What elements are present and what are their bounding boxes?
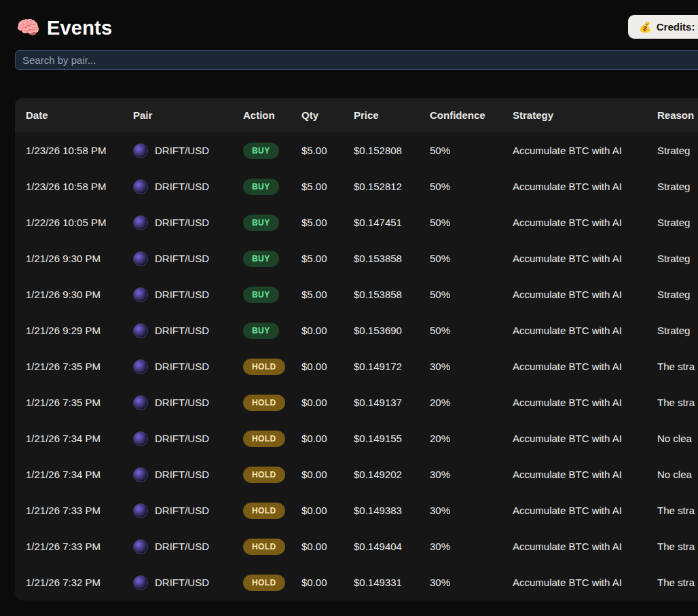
cell-qty: $0.00	[301, 397, 354, 408]
pair-label: DRIFT/USD	[155, 505, 209, 516]
search-input[interactable]	[15, 50, 698, 70]
cell-price: $0.149202	[354, 469, 430, 480]
cell-reason: Strateg	[657, 217, 698, 228]
table-row[interactable]: 1/21/26 9:30 PM DRIFT/USD BUY $5.00 $0.1…	[15, 240, 698, 276]
cell-qty: $5.00	[301, 181, 354, 192]
cell-qty: $5.00	[301, 145, 354, 156]
drift-token-icon	[133, 251, 148, 266]
title-wrap: 🧠 Events	[16, 17, 112, 39]
action-badge: BUY	[243, 143, 279, 159]
drift-token-icon	[133, 287, 148, 302]
table-row[interactable]: 1/21/26 9:29 PM DRIFT/USD BUY $0.00 $0.1…	[15, 312, 698, 348]
action-badge: BUY	[243, 323, 279, 339]
pair-label: DRIFT/USD	[155, 361, 209, 372]
cell-confidence: 50%	[430, 325, 513, 336]
table-row[interactable]: 1/21/26 7:35 PM DRIFT/USD HOLD $0.00 $0.…	[15, 348, 698, 384]
cell-qty: $0.00	[301, 541, 354, 552]
table-row[interactable]: 1/21/26 7:32 PM DRIFT/USD HOLD $0.00 $0.…	[15, 564, 698, 600]
cell-price: $0.153858	[354, 253, 430, 264]
cell-action: HOLD	[243, 431, 301, 447]
cell-confidence: 50%	[430, 217, 513, 228]
drift-token-icon	[133, 179, 148, 194]
table-row[interactable]: 1/21/26 7:34 PM DRIFT/USD HOLD $0.00 $0.…	[15, 420, 698, 456]
drift-token-icon	[133, 467, 148, 482]
cell-date: 1/23/26 10:58 PM	[26, 181, 133, 192]
action-badge: BUY	[243, 179, 279, 195]
cell-price: $0.152812	[354, 181, 430, 192]
cell-pair: DRIFT/USD	[133, 215, 243, 230]
table-row[interactable]: 1/23/26 10:58 PM DRIFT/USD BUY $5.00 $0.…	[15, 168, 698, 204]
col-header-confidence: Confidence	[430, 109, 513, 121]
cell-pair: DRIFT/USD	[133, 251, 243, 266]
pair-label: DRIFT/USD	[155, 181, 209, 192]
cell-reason: Strateg	[657, 181, 698, 192]
table-row[interactable]: 1/21/26 7:33 PM DRIFT/USD HOLD $0.00 $0.…	[15, 492, 698, 528]
cell-date: 1/21/26 7:33 PM	[26, 541, 133, 552]
cell-confidence: 50%	[430, 145, 513, 156]
table-row[interactable]: 1/21/26 9:30 PM DRIFT/USD BUY $5.00 $0.1…	[15, 276, 698, 312]
cell-qty: $5.00	[301, 289, 354, 300]
cell-reason: Strateg	[657, 253, 698, 264]
action-badge: BUY	[243, 251, 279, 267]
cell-qty: $0.00	[301, 325, 354, 336]
cell-action: BUY	[243, 323, 301, 339]
cell-confidence: 20%	[430, 397, 513, 408]
drift-token-icon	[133, 503, 148, 518]
cell-confidence: 30%	[430, 505, 513, 516]
cell-confidence: 30%	[430, 469, 513, 480]
table-row[interactable]: 1/21/26 7:33 PM DRIFT/USD HOLD $0.00 $0.…	[15, 528, 698, 564]
action-badge: HOLD	[243, 467, 285, 483]
table-header-row: Date Pair Action Qty Price Confidence St…	[15, 98, 698, 132]
cell-strategy: Accumulate BTC with AI	[513, 505, 657, 516]
col-header-action: Action	[243, 109, 301, 121]
pair-label: DRIFT/USD	[155, 217, 209, 228]
pair-label: DRIFT/USD	[155, 469, 209, 480]
table-row[interactable]: 1/23/26 10:58 PM DRIFT/USD BUY $5.00 $0.…	[15, 132, 698, 168]
cell-pair: DRIFT/USD	[133, 503, 243, 518]
page-title: Events	[47, 17, 112, 39]
drift-token-icon	[133, 539, 148, 554]
table-row[interactable]: 1/21/26 7:35 PM DRIFT/USD HOLD $0.00 $0.…	[15, 384, 698, 420]
credits-button[interactable]: 💰 Credits: $	[628, 15, 698, 39]
cell-strategy: Accumulate BTC with AI	[513, 217, 657, 228]
action-badge: HOLD	[243, 575, 285, 591]
cell-date: 1/22/26 10:05 PM	[26, 217, 133, 228]
pair-label: DRIFT/USD	[155, 433, 209, 444]
cell-price: $0.152808	[354, 145, 430, 156]
action-badge: HOLD	[243, 431, 285, 447]
cell-action: HOLD	[243, 575, 301, 591]
table-row[interactable]: 1/21/26 7:34 PM DRIFT/USD HOLD $0.00 $0.…	[15, 456, 698, 492]
cell-date: 1/21/26 7:32 PM	[26, 577, 133, 588]
drift-token-icon	[133, 215, 148, 230]
cell-price: $0.149155	[354, 433, 430, 444]
drift-token-icon	[133, 143, 148, 158]
action-badge: HOLD	[243, 359, 285, 375]
cell-date: 1/23/26 10:58 PM	[26, 145, 133, 156]
cell-reason: The stra	[657, 541, 698, 552]
cell-strategy: Accumulate BTC with AI	[513, 577, 657, 588]
cell-price: $0.149331	[354, 577, 430, 588]
cell-pair: DRIFT/USD	[133, 143, 243, 158]
cell-date: 1/21/26 7:34 PM	[26, 469, 133, 480]
cell-price: $0.153858	[354, 289, 430, 300]
col-header-reason: Reason	[657, 109, 698, 121]
cell-strategy: Accumulate BTC with AI	[513, 433, 657, 444]
col-header-strategy: Strategy	[513, 109, 657, 121]
cell-strategy: Accumulate BTC with AI	[513, 469, 657, 480]
table-row[interactable]: 1/22/26 10:05 PM DRIFT/USD BUY $5.00 $0.…	[15, 204, 698, 240]
cell-strategy: Accumulate BTC with AI	[513, 397, 657, 408]
cell-action: HOLD	[243, 467, 301, 483]
drift-token-icon	[133, 359, 148, 374]
cell-qty: $0.00	[301, 469, 354, 480]
action-badge: HOLD	[243, 503, 285, 519]
cell-confidence: 20%	[430, 433, 513, 444]
cell-confidence: 50%	[430, 253, 513, 264]
cell-reason: The stra	[657, 397, 698, 408]
col-header-price: Price	[354, 109, 430, 121]
cell-date: 1/21/26 7:35 PM	[26, 397, 133, 408]
cell-pair: DRIFT/USD	[133, 359, 243, 374]
cell-reason: The stra	[657, 505, 698, 516]
cell-price: $0.149383	[354, 505, 430, 516]
cell-reason: Strateg	[657, 325, 698, 336]
action-badge: BUY	[243, 287, 279, 303]
